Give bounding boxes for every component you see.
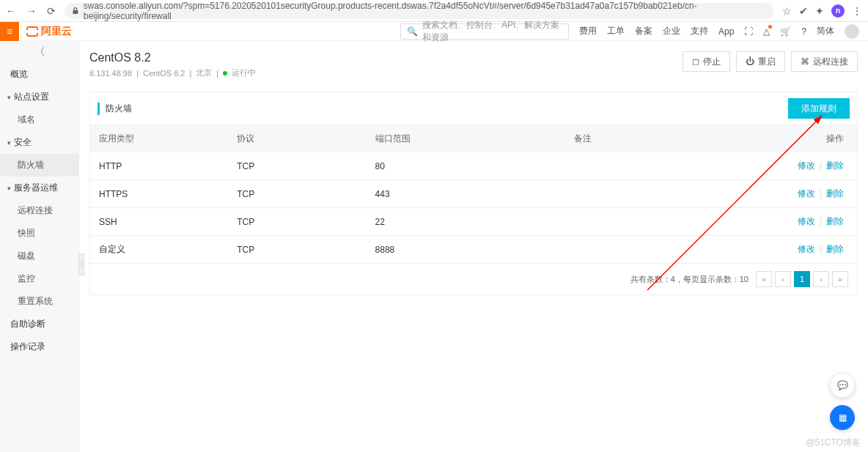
- table-row: HTTPTCP80修改|删除: [90, 152, 857, 180]
- delete-link[interactable]: 删除: [826, 160, 844, 171]
- sidebar-group-site[interactable]: 站点设置: [0, 86, 78, 108]
- sidebar-item-remote[interactable]: 远程连接: [0, 199, 78, 222]
- pagesize-label: ，每页显示条数：: [675, 275, 740, 284]
- search-placeholder: 搜索文档、控制台、API、解决方案和资源: [422, 19, 562, 44]
- terminal-icon: ⌘: [801, 56, 809, 67]
- panel-head: 防火墙 添加规则: [90, 92, 857, 125]
- back-icon[interactable]: ←: [6, 5, 16, 17]
- remote-label: 远程连接: [813, 56, 848, 68]
- sidebar-item-reset[interactable]: 重置系统: [0, 290, 78, 313]
- pager-next[interactable]: ›: [813, 271, 829, 287]
- header-right: 🔍 搜索文档、控制台、API、解决方案和资源 费用 工单 备案 企业 支持 Ap…: [400, 23, 868, 40]
- sidebar-item-monitor[interactable]: 监控: [0, 267, 78, 290]
- stop-button[interactable]: ◻停止: [683, 51, 730, 72]
- pager: « ‹ 1 › »: [756, 271, 848, 287]
- col-proto: 协议: [228, 125, 366, 152]
- pager-first[interactable]: «: [756, 271, 772, 287]
- remote-button[interactable]: ⌘远程连接: [791, 51, 858, 72]
- page-os: CentOS 8.2: [143, 69, 185, 78]
- edit-link[interactable]: 修改: [798, 160, 815, 171]
- cell-remark: [565, 208, 734, 236]
- delete-link[interactable]: 删除: [826, 216, 844, 226]
- search-icon: 🔍: [407, 26, 418, 37]
- page-head: CentOS 8.2 8.131.48.98 | CentOS 8.2 | 北京…: [89, 51, 858, 78]
- table-row: 自定义TCP8888修改|删除: [90, 236, 857, 264]
- kebab-icon[interactable]: ⋮: [852, 5, 862, 17]
- nav-beian[interactable]: 备案: [635, 25, 652, 37]
- sidebar-item-firewall[interactable]: 防火墙: [0, 154, 78, 177]
- cell-proto: TCP: [228, 152, 366, 180]
- nav-ticket[interactable]: 工单: [607, 25, 625, 37]
- cell-op: 修改|删除: [735, 152, 857, 180]
- table-row: HTTPSTCP443修改|删除: [90, 180, 857, 208]
- delete-link[interactable]: 删除: [826, 244, 844, 254]
- sidebar-item-overview[interactable]: 概览: [0, 63, 78, 86]
- page-subtitle: 8.131.48.98 | CentOS 8.2 | 北京 | 运行中: [89, 67, 256, 78]
- nav-enterprise[interactable]: 企业: [663, 25, 680, 37]
- nav-support[interactable]: 支持: [691, 25, 708, 37]
- nav-fee[interactable]: 费用: [579, 25, 597, 37]
- top-header: ≡ 阿里云 🔍 搜索文档、控制台、API、解决方案和资源 费用 工单 备案 企业…: [0, 22, 868, 41]
- logo[interactable]: 阿里云: [26, 25, 72, 38]
- logo-text: 阿里云: [41, 25, 72, 38]
- cell-app: HTTPS: [90, 180, 228, 208]
- reload-icon[interactable]: ⟳: [47, 5, 56, 17]
- sidebar-item-diagnose[interactable]: 自助诊断: [0, 313, 78, 336]
- help-icon[interactable]: ?: [801, 26, 806, 37]
- svg-rect-0: [73, 10, 78, 14]
- cart-icon[interactable]: 🛒: [780, 26, 791, 37]
- chat-float-button[interactable]: 💬: [830, 373, 855, 398]
- bell-icon[interactable]: △: [763, 26, 770, 37]
- screen-icon[interactable]: ⛶: [744, 26, 753, 37]
- status-dot-icon: [223, 71, 227, 75]
- sidebar-item-snapshot[interactable]: 快照: [0, 222, 78, 245]
- forward-icon[interactable]: →: [26, 5, 37, 17]
- star-icon[interactable]: ☆: [782, 5, 792, 17]
- pager-page-1[interactable]: 1: [794, 271, 810, 287]
- table-footer: 共有条数：4，每页显示条数：10 « ‹ 1 › »: [90, 264, 857, 294]
- cell-app: 自定义: [90, 236, 228, 264]
- apps-float-button[interactable]: ▦: [830, 405, 855, 430]
- restart-button[interactable]: ⏻重启: [736, 51, 785, 72]
- edit-link[interactable]: 修改: [798, 216, 815, 226]
- cell-proto: TCP: [228, 236, 366, 264]
- pager-prev[interactable]: ‹: [775, 271, 791, 287]
- cell-proto: TCP: [228, 208, 366, 236]
- sidebar-item-oplog[interactable]: 操作记录: [0, 336, 78, 358]
- cell-port: 22: [367, 208, 566, 236]
- extension-icon[interactable]: ✦: [815, 5, 824, 17]
- nav-app[interactable]: App: [718, 26, 734, 37]
- delete-link[interactable]: 删除: [826, 188, 844, 199]
- browser-nav-icons: ← → ⟳: [6, 5, 56, 17]
- sidebar-item-disk[interactable]: 磁盘: [0, 245, 78, 267]
- pager-last[interactable]: »: [832, 271, 848, 287]
- stop-label: 停止: [703, 56, 721, 68]
- lang-label[interactable]: 简体: [817, 25, 834, 37]
- edit-link[interactable]: 修改: [798, 188, 815, 199]
- logo-icon: [26, 26, 38, 37]
- sidebar-group-security[interactable]: 安全: [0, 131, 78, 154]
- cell-remark: [565, 236, 734, 264]
- table-header-row: 应用类型 协议 端口范围 备注 操作: [90, 125, 857, 152]
- cell-port: 8888: [367, 236, 566, 264]
- add-rule-button[interactable]: 添加规则: [788, 98, 850, 119]
- address-bar[interactable]: swas.console.aliyun.com/?spm=5176.202052…: [65, 3, 773, 19]
- profile-extension-icon[interactable]: n: [831, 4, 845, 18]
- browser-right-icons: ☆ ✔ ✦ n ⋮: [782, 4, 862, 18]
- page-ip: 8.131.48.98: [89, 69, 132, 78]
- sidebar-group-ops[interactable]: 服务器运维: [0, 177, 78, 199]
- table-row: SSHTCP22修改|删除: [90, 208, 857, 236]
- sidebar-item-domain[interactable]: 域名: [0, 108, 78, 131]
- pagesize-value: 10: [740, 275, 749, 284]
- page-buttons: ◻停止 ⏻重启 ⌘远程连接: [683, 51, 858, 72]
- cell-op: 修改|删除: [735, 236, 857, 264]
- restart-label: 重启: [758, 56, 776, 68]
- hamburger-button[interactable]: ≡: [0, 22, 19, 41]
- cell-app: HTTP: [90, 152, 228, 180]
- firewall-panel: 防火墙 添加规则 应用类型 协议 端口范围 备注 操作 HTTPTCP80修改|…: [89, 92, 858, 295]
- search-input[interactable]: 🔍 搜索文档、控制台、API、解决方案和资源: [400, 23, 569, 40]
- edit-link[interactable]: 修改: [798, 244, 815, 254]
- sidebar-collapse[interactable]: 〈: [0, 41, 78, 63]
- avatar[interactable]: [845, 24, 859, 39]
- send-icon[interactable]: ✔: [799, 5, 808, 17]
